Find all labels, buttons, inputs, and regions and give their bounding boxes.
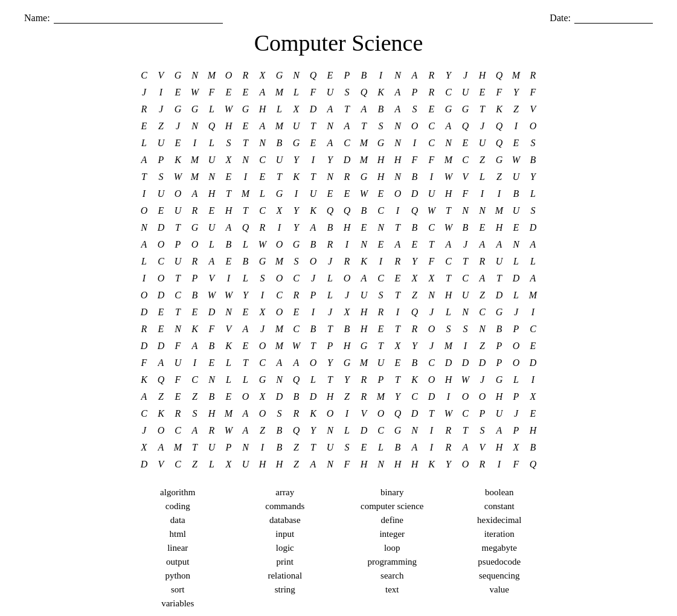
grid-cell: C [170,422,187,439]
word-item: database [234,515,336,525]
grid-cell: C [254,152,271,168]
grid-cell: P [187,270,204,287]
grid-cell: E [220,388,237,405]
word-item: iteration [449,529,550,539]
grid-cell: R [423,67,440,84]
grid-cell: N [356,236,373,253]
grid-cell: T [457,253,474,270]
grid-cell: L [136,253,153,270]
grid-cell: T [170,304,187,321]
word-item: variables [127,598,229,609]
grid-cell: H [220,118,237,135]
grid-cell: L [322,270,339,287]
grid-cell: X [525,388,542,405]
grid-cell: N [254,135,271,152]
grid-cell: M [170,439,187,456]
grid-cell: W [187,84,204,101]
grid-cell: R [356,388,373,405]
grid-cell: M [356,355,373,371]
word-item: relational [234,571,336,581]
grid-cell: T [356,118,373,135]
grid-cell: I [373,253,390,270]
grid-cell: U [508,168,525,185]
grid-cell: G [271,67,288,84]
grid-cell: A [237,422,254,439]
grid-cell: O [305,355,322,371]
date-field: Date: [550,12,653,24]
grid-cell: N [457,304,474,321]
grid-cell: Q [457,118,474,135]
grid-cell: B [525,439,542,456]
grid-cell: R [187,202,204,219]
grid-cell: I [187,355,204,371]
word-item: algorithm [127,487,229,498]
grid-cell: U [322,439,339,456]
grid-cell: T [237,202,254,219]
grid-cell: N [474,321,491,338]
grid-cell: O [508,355,525,371]
grid-cell: E [356,439,373,456]
grid-cell: C [271,287,288,304]
grid-cell: S [288,253,305,270]
header-row: Name: Date: [24,12,653,24]
grid-cell: S [373,118,390,135]
grid-cell: Z [474,338,491,355]
grid-cell: V [153,67,170,84]
grid-cell: U [423,185,440,202]
word-item: value [449,585,550,595]
grid-cell: N [508,236,525,253]
grid-cell: N [204,168,220,185]
grid-cell: P [508,422,525,439]
grid-cell: A [474,236,491,253]
grid-cell: U [288,118,305,135]
grid-cell: D [153,338,170,355]
grid-cell: Q [491,67,508,84]
grid-cell: G [170,67,187,84]
grid-cell: D [136,304,153,321]
grid-cell: J [136,422,153,439]
grid-cell: R [254,219,271,236]
word-search-table: CVGNMORXGNQEPBINARYJHQMRJIEWFEEAMLFUSQKA… [136,67,542,473]
grid-cell: X [339,304,356,321]
grid-cell: F [406,152,423,168]
grid-cell: O [271,236,288,253]
grid-cell: O [153,422,170,439]
grid-cell: G [457,101,474,118]
grid-cell: V [474,439,491,456]
grid-cell: D [406,185,423,202]
grid-cell: E [508,135,525,152]
grid-cell: H [491,439,508,456]
grid-cell: E [406,236,423,253]
grid-cell: D [153,287,170,304]
grid-cell: K [406,371,423,388]
grid-cell: E [525,338,542,355]
grid-cell: T [491,270,508,287]
grid-cell: Y [525,168,542,185]
grid-cell: G [254,371,271,388]
grid-cell: D [525,355,542,371]
grid-cell: A [525,236,542,253]
grid-cell: W [170,168,187,185]
grid-cell: Z [153,388,170,405]
grid-cell: K [305,202,322,219]
grid-cell: O [508,338,525,355]
grid-cell: W [457,371,474,388]
grid-cell: Q [288,422,305,439]
grid-cell: D [153,219,170,236]
grid-cell: X [220,456,237,473]
grid-cell: I [508,118,525,135]
grid-cell: H [491,388,508,405]
grid-cell: Q [390,405,406,422]
grid-cell: B [237,253,254,270]
grid-cell: W [356,185,373,202]
grid-cell: B [406,219,423,236]
grid-cell: C [373,202,390,219]
grid-cell: D [136,338,153,355]
grid-cell: Y [322,152,339,168]
grid-cell: H [204,185,220,202]
grid-cell: H [390,456,406,473]
grid-cell: A [288,355,305,371]
grid-cell: Q [322,202,339,219]
grid-cell: C [373,422,390,439]
grid-cell: O [525,118,542,135]
